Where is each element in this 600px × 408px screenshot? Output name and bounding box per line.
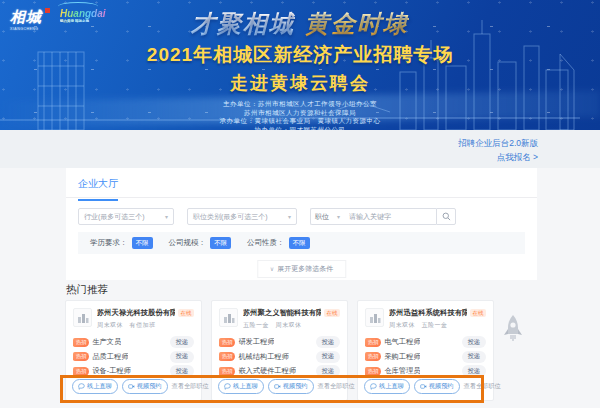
welfare-tags: 五险一金 周末双休: [243, 321, 340, 330]
job-category-select[interactable]: 职位类别(最多可选三个) ▾: [187, 208, 297, 225]
company-name[interactable]: 苏州聚之义智能科技有限公司: [243, 308, 321, 318]
company-card: 苏州聚之义智能科技有限公司 在线 五险一金 周末双休 热招 研发工程师 投递 热…: [211, 300, 348, 401]
job-category-select-label: 职位类别(最多可选三个): [193, 212, 268, 222]
organizer-line: 承办单位：黄埭镇社会事业局 黄埭镇人力资源中心: [0, 117, 600, 126]
video-icon: [420, 383, 427, 390]
company-card: 苏州迅益科系统科技有限公司 在线 周末双休 五险一金 热招 电气工程师 投递 热…: [357, 300, 494, 401]
apply-button[interactable]: 投递: [316, 365, 340, 377]
education-filter-chip[interactable]: 不限: [132, 237, 153, 249]
search-icon: [442, 212, 451, 221]
apply-button[interactable]: 投递: [462, 351, 486, 363]
job-title[interactable]: 嵌入式硬件工程师: [238, 366, 296, 376]
job-row: 热招 仓库管理员 投递: [365, 364, 486, 379]
job-title[interactable]: 生产文员: [92, 337, 121, 347]
tab-enterprise-hall[interactable]: 企业大厅: [78, 177, 118, 201]
search-type-select[interactable]: 职位 ▾: [310, 208, 344, 225]
apply-button[interactable]: 投递: [462, 365, 486, 377]
job-row: 热招 机械结构工程师 投递: [219, 350, 340, 365]
keyword-search-group: 职位 ▾: [310, 208, 456, 225]
hot-job-badge: 热招: [219, 367, 235, 376]
hot-job-badge: 热招: [365, 367, 381, 376]
banner-subtitle-2: 走进黄埭云聘会: [0, 71, 600, 95]
apply-button[interactable]: 投递: [462, 336, 486, 348]
section-title-hot-recommendations: 热门推荐: [66, 283, 108, 297]
job-row: 热招 设备-工程师 投递: [73, 364, 194, 379]
rainbow-arc-icon: [58, 2, 98, 11]
video-appointment-button[interactable]: 视频预约: [268, 379, 314, 394]
job-title[interactable]: 品质工程师: [92, 352, 128, 362]
search-type-label: 职位: [315, 212, 329, 222]
online-status-badge: 在线: [324, 309, 340, 317]
job-row: 热招 电气工程师 投递: [365, 335, 486, 350]
filter-row: 行业(最多可选三个) ▾ 职位类别(最多可选三个) ▾ 职位 ▾: [78, 208, 525, 225]
hot-job-badge: 热招: [219, 352, 235, 361]
banner-subtitle-1: 2021年相城区新经济产业招聘专场: [0, 42, 600, 68]
welfare-tags: 周末双休 五险一金: [389, 321, 486, 330]
building-icon: [369, 312, 381, 324]
event-banner: 相城 XIANGCHENG Huangdai 魅力黄埭 福运之地 才聚相城黄金时…: [0, 0, 600, 130]
hot-job-badge: 热招: [73, 352, 89, 361]
online-chat-button[interactable]: 线上直聊: [364, 379, 410, 394]
job-title[interactable]: 仓库管理员: [384, 366, 420, 376]
organizer-line: 主办单位：苏州市相城区人才工作领导小组办公室: [0, 100, 600, 109]
apply-button[interactable]: 投递: [316, 351, 340, 363]
view-all-jobs-link[interactable]: 查看全部职位: [172, 382, 209, 391]
banner-organizers: 主办单位：苏州市相城区人才工作领导小组办公室 苏州市相城区人力资源和社会保障局 …: [0, 100, 600, 130]
job-row: 热招 生产文员 投递: [73, 335, 194, 350]
industry-select-label: 行业(最多可选三个): [84, 212, 145, 222]
education-filter-label: 学历要求：: [90, 238, 128, 248]
view-all-jobs-link[interactable]: 查看全部职位: [464, 382, 501, 391]
video-icon: [128, 383, 135, 390]
job-row: 热招 研发工程师 投递: [219, 335, 340, 350]
hot-job-badge: 热招: [365, 352, 381, 361]
hot-job-badge: 热招: [219, 338, 235, 347]
company-type-filter-label: 公司性质：: [247, 238, 285, 248]
expand-more-filters-button[interactable]: ∨展开更多筛选条件: [257, 260, 346, 278]
apply-button[interactable]: 投递: [170, 351, 194, 363]
industry-select[interactable]: 行业(最多可选三个) ▾: [78, 208, 174, 225]
filter-panel: 企业大厅 行业(最多可选三个) ▾ 职位类别(最多可选三个) ▾ 职位 ▾: [66, 168, 537, 280]
quick-filter-bar: 学历要求： 不限 公司规模： 不限 公司性质： 不限: [78, 232, 525, 254]
search-button[interactable]: [436, 208, 456, 225]
online-chat-button[interactable]: 线上直聊: [218, 379, 264, 394]
hot-job-badge: 热招: [365, 338, 381, 347]
chevron-down-icon: ▾: [159, 213, 168, 220]
keyword-input[interactable]: [344, 208, 436, 225]
page: 相城 XIANGCHENG Huangdai 魅力黄埭 福运之地 才聚相城黄金时…: [0, 0, 600, 408]
job-title[interactable]: 采购工程师: [384, 352, 420, 362]
top-strip: 招聘企业后台2.0新版 点我报名 >: [0, 130, 600, 168]
company-type-filter-chip[interactable]: 不限: [289, 237, 310, 249]
company-logo: [73, 308, 92, 327]
job-title[interactable]: 设备-工程师: [92, 366, 130, 376]
company-name[interactable]: 苏州迅益科系统科技有限公司: [389, 308, 467, 318]
building-icon: [77, 312, 89, 324]
video-appointment-button[interactable]: 视频预约: [122, 379, 168, 394]
apply-button[interactable]: 投递: [170, 365, 194, 377]
job-title[interactable]: 电气工程师: [384, 337, 420, 347]
company-size-filter-label: 公司规模：: [169, 238, 207, 248]
company-name[interactable]: 苏州天禄光科技股份有限公司: [97, 308, 175, 318]
job-title[interactable]: 机械结构工程师: [238, 352, 288, 362]
welfare-tags: 周末双休 有偿加班: [97, 321, 194, 330]
apply-button[interactable]: 投递: [316, 336, 340, 348]
online-status-badge: 在线: [178, 309, 194, 317]
back-to-top-rocket-button[interactable]: [502, 314, 524, 346]
online-chat-button[interactable]: 线上直聊: [72, 379, 118, 394]
company-size-filter-chip[interactable]: 不限: [210, 237, 231, 249]
company-logo: [365, 308, 384, 327]
job-row: 热招 采购工程师 投递: [365, 350, 486, 365]
chevron-down-icon: ∨: [270, 266, 274, 272]
apply-button[interactable]: 投递: [170, 336, 194, 348]
signup-link[interactable]: 点我报名 >: [497, 152, 538, 164]
organizer-line: 苏州市相城区人力资源和社会保障局: [0, 109, 600, 118]
recruiter-admin-link[interactable]: 招聘企业后台2.0新版: [458, 138, 538, 150]
job-title[interactable]: 研发工程师: [238, 337, 274, 347]
company-card: 苏州天禄光科技股份有限公司 在线 周末双休 有偿加班 热招 生产文员 投递 热招…: [65, 300, 202, 401]
hot-job-badge: 热招: [73, 367, 89, 376]
banner-main-title: 才聚相城黄金时埭: [0, 12, 600, 36]
chat-icon: [370, 383, 377, 390]
company-logo: [219, 308, 238, 327]
video-appointment-button[interactable]: 视频预约: [414, 379, 460, 394]
view-all-jobs-link[interactable]: 查看全部职位: [318, 382, 355, 391]
chat-icon: [78, 383, 85, 390]
